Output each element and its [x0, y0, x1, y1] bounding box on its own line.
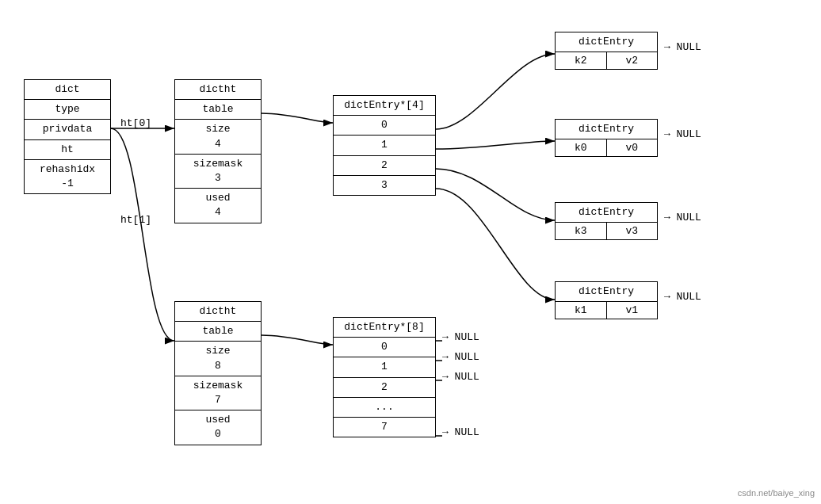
dictht0-sizemask: sizemask3	[175, 155, 261, 189]
entry-array4: dictEntry*[4] 0 1 2 3	[333, 95, 436, 196]
dictentry-k1v1: dictEntry k1 v1	[555, 281, 658, 319]
dict-box: dict type privdata ht rehashidx-1	[24, 79, 111, 194]
dictentry-v3: v3	[607, 223, 658, 239]
entry-array8: dictEntry*[8] 0 1 2 ... 7	[333, 317, 436, 437]
diagram: dict type privdata ht rehashidx-1 dictht…	[0, 0, 821, 504]
dictht0-label: dictht	[175, 80, 261, 100]
dictht0-size: size4	[175, 120, 261, 154]
dictht0-box: dictht table size4 sizemask3 used4	[174, 79, 262, 223]
null-k1v1: → NULL	[664, 291, 701, 303]
null-arr8-0: → NULL	[442, 331, 479, 343]
dict-type: type	[25, 100, 110, 120]
dictentry-k3: k3	[556, 223, 607, 239]
dict-privdata: privdata	[25, 120, 110, 139]
dictentry-k3v3-label: dictEntry	[556, 203, 657, 223]
dictht0-used: used4	[175, 189, 261, 222]
dictentry-k2v2: dictEntry k2 v2	[555, 32, 658, 70]
dictentry-k0v0: dictEntry k0 v0	[555, 119, 658, 157]
null-arr8-1: → NULL	[442, 351, 479, 363]
entry-array4-title: dictEntry*[4]	[334, 96, 435, 116]
ht0-label: ht[0]	[120, 117, 151, 129]
dictht1-table: table	[175, 322, 261, 342]
entry-array4-3: 3	[334, 176, 435, 195]
null-k2v2: → NULL	[664, 41, 701, 53]
dictentry-k3v3: dictEntry k3 v3	[555, 202, 658, 240]
dict-ht: ht	[25, 140, 110, 160]
dict-rehashidx: rehashidx-1	[25, 160, 110, 193]
null-arr8-2: → NULL	[442, 371, 479, 383]
dict-label: dict	[25, 80, 110, 100]
dictht1-size: size8	[175, 342, 261, 376]
entry-array4-2: 2	[334, 156, 435, 176]
dictentry-v0: v0	[607, 139, 658, 156]
null-k3v3: → NULL	[664, 212, 701, 223]
dictentry-k1: k1	[556, 302, 607, 319]
dictht1-label: dictht	[175, 302, 261, 322]
dictentry-k2: k2	[556, 52, 607, 69]
dictht1-box: dictht table size8 sizemask7 used0	[174, 301, 262, 445]
entry-array8-dots: ...	[334, 398, 435, 418]
null-k0v0: → NULL	[664, 128, 701, 140]
dictentry-k0v0-label: dictEntry	[556, 120, 657, 139]
entry-array8-1: 1	[334, 357, 435, 377]
ht1-label: ht[1]	[120, 214, 151, 226]
entry-array4-1: 1	[334, 136, 435, 155]
dictht1-used: used0	[175, 410, 261, 444]
dictht0-table: table	[175, 100, 261, 120]
watermark: csdn.net/baiye_xing	[738, 488, 815, 498]
dictentry-v2: v2	[607, 52, 658, 69]
entry-array8-7: 7	[334, 418, 435, 437]
entry-array4-0: 0	[334, 116, 435, 136]
entry-array8-title: dictEntry*[8]	[334, 318, 435, 338]
dictentry-k1v1-label: dictEntry	[556, 282, 657, 302]
dictht1-sizemask: sizemask7	[175, 376, 261, 410]
dictentry-k2v2-label: dictEntry	[556, 32, 657, 52]
entry-array8-2: 2	[334, 378, 435, 398]
null-arr8-7: → NULL	[442, 426, 479, 438]
entry-array8-0: 0	[334, 338, 435, 357]
dictentry-k0: k0	[556, 139, 607, 156]
dictentry-v1: v1	[607, 302, 658, 319]
